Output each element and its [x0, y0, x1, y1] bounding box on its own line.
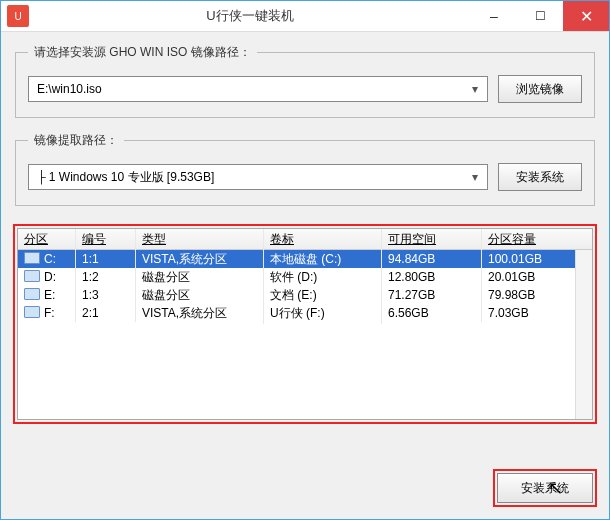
install-system-button-top[interactable]: 安装系统 — [498, 163, 582, 191]
app-icon: U — [7, 5, 29, 27]
source-path-value: E:\win10.iso — [37, 82, 102, 96]
group-source: 请选择安装源 GHO WIN ISO 镜像路径： E:\win10.iso ▾ … — [15, 44, 595, 118]
install-system-button-bottom[interactable]: 安装系统 — [497, 473, 593, 503]
group-extract-legend: 镜像提取路径： — [28, 132, 124, 149]
table-row[interactable]: D:1:2磁盘分区软件 (D:)12.80GB20.01GB — [18, 268, 592, 286]
col-header-drive[interactable]: 分区 — [18, 229, 76, 250]
extract-path-select[interactable]: ├ 1 Windows 10 专业版 [9.53GB] ▾ — [28, 164, 488, 190]
install-button-highlight: 安装系统 — [493, 469, 597, 507]
window-controls — [471, 1, 609, 31]
col-header-label[interactable]: 卷标 — [264, 229, 382, 250]
browse-image-button[interactable]: 浏览镜像 — [498, 75, 582, 103]
app-window: U U行侠一键装机 请选择安装源 GHO WIN ISO 镜像路径： E:\wi… — [0, 0, 610, 520]
partition-table-highlight: 分区 编号 类型 卷标 可用空间 分区容量 C:1:1VISTA,系统分区本地磁… — [13, 224, 597, 424]
group-extract: 镜像提取路径： ├ 1 Windows 10 专业版 [9.53GB] ▾ 安装… — [15, 132, 595, 206]
drive-icon — [24, 252, 40, 264]
minimize-button[interactable] — [471, 1, 517, 31]
dropdown-arrow-icon: ▾ — [467, 82, 483, 96]
window-title: U行侠一键装机 — [29, 7, 471, 25]
col-header-num[interactable]: 编号 — [76, 229, 136, 250]
table-row[interactable]: C:1:1VISTA,系统分区本地磁盘 (C:)94.84GB100.01GB — [18, 250, 592, 268]
group-source-legend: 请选择安装源 GHO WIN ISO 镜像路径： — [28, 44, 257, 61]
col-header-type[interactable]: 类型 — [136, 229, 264, 250]
table-row[interactable]: E:1:3磁盘分区文档 (E:)71.27GB79.98GB — [18, 286, 592, 304]
source-path-select[interactable]: E:\win10.iso ▾ — [28, 76, 488, 102]
partition-list-header: 分区 编号 类型 卷标 可用空间 分区容量 — [18, 229, 592, 250]
partition-list[interactable]: 分区 编号 类型 卷标 可用空间 分区容量 C:1:1VISTA,系统分区本地磁… — [17, 228, 593, 420]
table-row[interactable]: F:2:1VISTA,系统分区U行侠 (F:)6.56GB7.03GB — [18, 304, 592, 322]
drive-icon — [24, 270, 40, 282]
close-button[interactable] — [563, 1, 609, 31]
col-header-total[interactable]: 分区容量 — [482, 229, 592, 250]
drive-icon — [24, 288, 40, 300]
extract-path-value: ├ 1 Windows 10 专业版 [9.53GB] — [37, 169, 214, 186]
titlebar: U U行侠一键装机 — [1, 1, 609, 32]
drive-icon — [24, 306, 40, 318]
col-header-free[interactable]: 可用空间 — [382, 229, 482, 250]
window-body: 请选择安装源 GHO WIN ISO 镜像路径： E:\win10.iso ▾ … — [1, 32, 609, 434]
scrollbar-vertical[interactable] — [575, 250, 592, 419]
maximize-button[interactable] — [517, 1, 563, 31]
dropdown-arrow-icon: ▾ — [467, 170, 483, 184]
